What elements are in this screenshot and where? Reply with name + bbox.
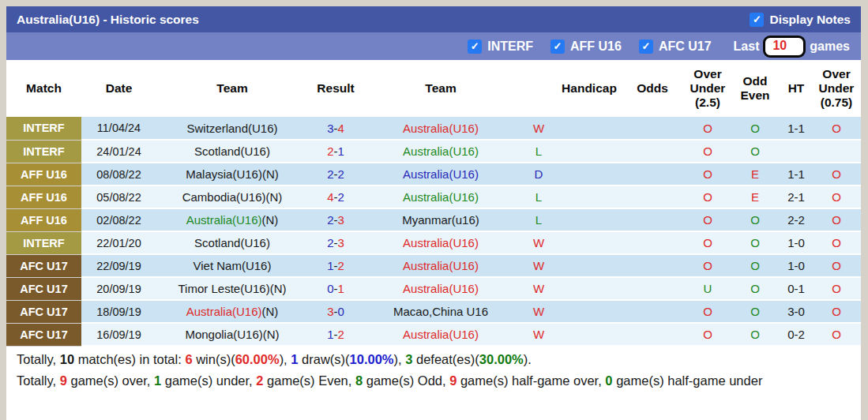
filter-checkbox[interactable]: ✓ <box>550 39 565 54</box>
filter-toggle-interf[interactable]: ✓INTERF <box>468 39 533 54</box>
odds-cell <box>619 323 686 346</box>
result-letter: W <box>518 231 559 254</box>
summary-section: Totally, 10 match(es) in total: 6 win(s)… <box>6 347 861 388</box>
match-date: 08/08/22 <box>81 163 156 186</box>
away-team: Australia(U16) <box>363 231 518 254</box>
summary-segment: game(s) half-game under <box>613 373 763 388</box>
table-row: INTERF 11/04/24 Switzerland(U16) 3-4 Aus… <box>6 117 861 140</box>
column-header-5 <box>518 60 559 117</box>
handicap-cell <box>559 300 619 323</box>
match-score: 0-1 <box>308 277 363 300</box>
summary-segment: 10.00% <box>350 352 394 366</box>
match-score: 2-3 <box>308 208 363 231</box>
display-notes-checkbox[interactable]: ✓ <box>750 13 764 27</box>
odd-even-cell: O <box>730 300 780 323</box>
over-under-075-cell <box>812 140 861 163</box>
away-team: Australia(U16) <box>363 140 518 163</box>
column-header-3: Result <box>308 60 363 117</box>
over-under-075-cell: O <box>812 117 861 140</box>
handicap-cell <box>559 323 619 346</box>
match-type-badge: AFC U17 <box>6 254 81 277</box>
filter-bar: ✓INTERF✓AFF U16✓AFC U17 Last 10 ▾ games <box>6 32 861 60</box>
ht-score: 0-2 <box>780 323 812 346</box>
summary-segment: Totally, <box>17 373 60 388</box>
filter-checkbox[interactable]: ✓ <box>468 39 482 54</box>
over-under-075-cell: O <box>812 231 861 254</box>
odds-cell <box>619 163 686 186</box>
summary-line-results: Totally, 10 match(es) in total: 6 win(s)… <box>17 352 851 367</box>
match-date: 11/04/24 <box>81 117 156 140</box>
table-header-row: MatchDateTeamResultTeamHandicapOddsOver … <box>6 60 861 117</box>
display-notes-toggle[interactable]: ✓ Display Notes <box>750 13 851 27</box>
ht-score <box>780 140 812 163</box>
match-score: 2-1 <box>308 140 363 163</box>
last-games-control: Last 10 ▾ games <box>734 36 850 58</box>
match-date: 02/08/22 <box>81 208 156 231</box>
ht-score: 0-1 <box>780 277 812 300</box>
match-type-badge: INTERF <box>6 117 81 140</box>
ht-score: 1-1 <box>780 163 812 186</box>
match-type-badge: AFC U17 <box>6 277 81 300</box>
home-team: Mongolia(U16)(N) <box>156 323 308 346</box>
match-type-badge: INTERF <box>6 140 81 163</box>
summary-segment: 60.00% <box>235 352 280 366</box>
ht-score: 3-0 <box>780 300 812 323</box>
summary-segment: ). <box>524 352 532 366</box>
column-header-0: Match <box>6 60 81 117</box>
column-header-10: HT <box>780 60 812 117</box>
result-letter: W <box>518 254 559 277</box>
over-under-25-cell: O <box>686 140 730 163</box>
away-team: Myanmar(u16) <box>363 208 518 231</box>
match-score: 2-3 <box>308 231 363 254</box>
match-date: 05/08/22 <box>81 186 156 208</box>
summary-segment: defeat(es)( <box>412 352 479 366</box>
home-team: Australia(U16)(N) <box>156 208 308 231</box>
ht-score: 1-0 <box>780 231 812 254</box>
summary-segment: ), <box>280 352 291 366</box>
odd-even-cell: O <box>730 277 780 300</box>
summary-segment: Totally, <box>17 352 60 366</box>
column-header-9: Odd Even <box>730 60 780 117</box>
odds-cell <box>619 254 686 277</box>
match-score: 4-2 <box>308 186 363 208</box>
over-under-25-cell: U <box>686 277 730 300</box>
away-team: Australia(U16) <box>363 254 518 277</box>
result-letter: L <box>518 140 559 163</box>
home-team: Scotland(U16) <box>156 140 308 163</box>
over-under-075-cell: O <box>812 186 861 208</box>
page-title: Australia(U16) - Historic scores <box>17 13 199 27</box>
table-row: AFF U16 02/08/22 Australia(U16)(N) 2-3 M… <box>6 208 861 231</box>
filter-label: INTERF <box>487 39 533 54</box>
match-score: 3-4 <box>308 117 363 140</box>
column-header-2: Team <box>156 60 308 117</box>
handicap-cell <box>559 231 619 254</box>
filter-checkbox[interactable]: ✓ <box>639 39 653 54</box>
display-notes-label: Display Notes <box>769 13 851 27</box>
filter-toggle-aff-u16[interactable]: ✓AFF U16 <box>550 39 622 54</box>
table-row: AFC U17 20/09/19 Timor Leste(U16)(N) 0-1… <box>6 277 861 300</box>
filter-toggle-afc-u17[interactable]: ✓AFC U17 <box>639 39 712 54</box>
odd-even-cell: O <box>730 208 780 231</box>
home-team: Scotland(U16) <box>156 231 308 254</box>
match-score: 3-0 <box>308 300 363 323</box>
over-under-25-cell: O <box>686 300 730 323</box>
away-team: Australia(U16) <box>363 117 518 140</box>
match-date: 20/09/19 <box>81 277 156 300</box>
over-under-075-cell: O <box>812 163 861 186</box>
summary-segment: game(s) Odd, <box>363 373 449 388</box>
last-games-select[interactable]: 10 ▾ <box>763 36 806 58</box>
games-label: games <box>810 39 850 54</box>
table-row: AFF U16 05/08/22 Cambodia(U16)(N) 4-2 Au… <box>6 186 861 208</box>
handicap-cell <box>559 277 619 300</box>
over-under-25-cell: O <box>686 231 730 254</box>
handicap-cell <box>559 117 619 140</box>
summary-segment: game(s) over, <box>67 373 154 388</box>
result-letter: D <box>518 163 559 186</box>
home-team: Cambodia(U16)(N) <box>156 186 308 208</box>
ht-score: 1-1 <box>780 117 812 140</box>
odd-even-cell: E <box>730 163 780 186</box>
handicap-cell <box>559 163 619 186</box>
handicap-cell <box>559 208 619 231</box>
last-label: Last <box>734 39 760 54</box>
odd-even-cell: O <box>730 140 780 163</box>
